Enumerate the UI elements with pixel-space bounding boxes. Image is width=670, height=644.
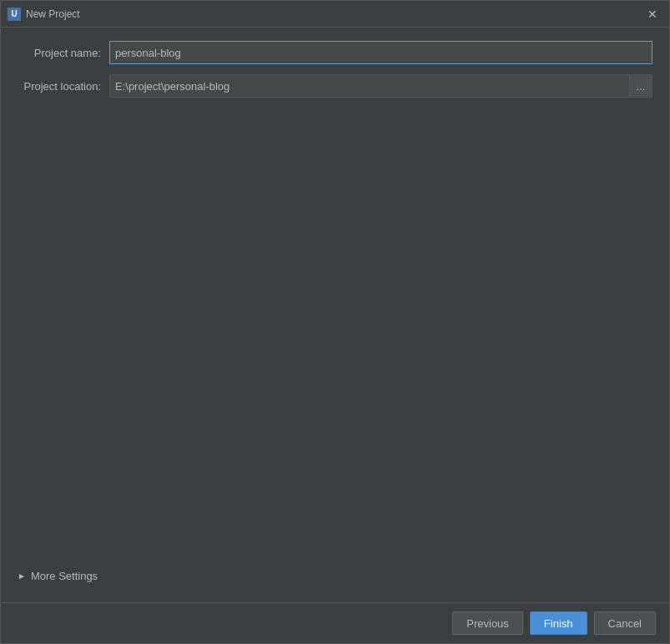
dialog-content: Project name: Project location: ... ► Mo… <box>1 28 669 602</box>
previous-button[interactable]: Previous <box>452 611 523 635</box>
project-location-label: Project location: <box>18 80 109 93</box>
new-project-dialog: U New Project ✕ Project name: Project lo… <box>0 0 670 644</box>
location-input-group: ... <box>109 74 652 98</box>
title-bar: U New Project ✕ <box>1 1 669 28</box>
dialog-title: New Project <box>26 8 642 20</box>
more-settings-toggle[interactable]: ► More Settings <box>18 563 652 589</box>
finish-button[interactable]: Finish <box>530 611 587 635</box>
more-settings-label: More Settings <box>31 570 98 582</box>
more-settings-arrow-icon: ► <box>18 571 26 581</box>
close-button[interactable]: ✕ <box>642 4 662 24</box>
content-spacer <box>18 108 652 563</box>
cancel-button[interactable]: Cancel <box>594 611 656 635</box>
browse-button[interactable]: ... <box>629 74 652 98</box>
project-location-row: Project location: ... <box>18 74 652 98</box>
dialog-footer: Previous Finish Cancel <box>1 602 669 643</box>
project-location-input[interactable] <box>109 74 629 98</box>
project-name-input[interactable] <box>109 41 652 64</box>
project-name-row: Project name: <box>18 41 652 64</box>
project-name-label: Project name: <box>18 47 109 59</box>
app-icon: U <box>8 8 21 21</box>
